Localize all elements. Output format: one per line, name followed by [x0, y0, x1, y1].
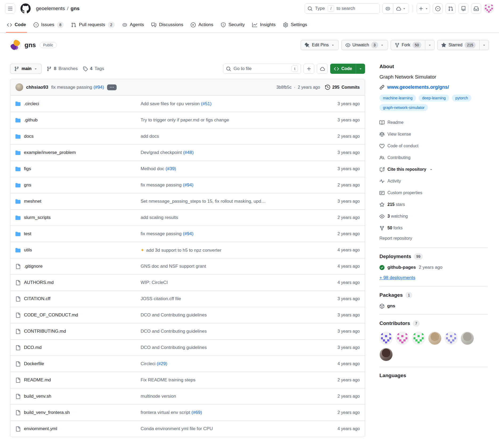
repo-title[interactable]: gns: [24, 41, 36, 49]
commit-details-button[interactable]: [107, 84, 117, 90]
contributor-avatar[interactable]: [396, 332, 409, 345]
file-name-link[interactable]: build_venv.sh: [24, 394, 51, 399]
file-name-link[interactable]: example/inverse_problem: [24, 150, 76, 155]
commit-message-link[interactable]: WIP: CircleCI: [141, 280, 168, 285]
pr-number-link[interactable]: (#94): [183, 231, 194, 236]
commit-message-link[interactable]: Method doc: [141, 166, 166, 171]
sidebar-item-activity[interactable]: Activity: [379, 175, 488, 187]
commit-message-link[interactable]: DCO and Contributing guidelines: [141, 345, 207, 350]
tags-link[interactable]: 4Tags: [83, 66, 104, 71]
tab-code[interactable]: Code: [3, 17, 30, 32]
website-link[interactable]: www.geoelements.org/gns/: [387, 84, 449, 90]
commit-message-link[interactable]: Try to trigger only if paper.md or figs …: [141, 117, 229, 123]
commit-author-avatar[interactable]: [15, 83, 23, 91]
commit-message-link[interactable]: JOSS citation.cff file: [141, 296, 181, 301]
sidebar-item-stars[interactable]: 215 stars: [379, 199, 488, 210]
file-name-link[interactable]: README.md: [24, 377, 51, 383]
branches-link[interactable]: 8Branches: [47, 66, 77, 71]
topic-machine-learning[interactable]: machine-learning: [379, 95, 416, 101]
file-name-link[interactable]: .circleci: [24, 101, 39, 107]
tab-security[interactable]: Security: [217, 17, 248, 32]
tab-agents[interactable]: Agents: [118, 17, 148, 32]
report-repository-link[interactable]: Report repository: [379, 236, 412, 241]
file-name-link[interactable]: Dockerfile: [24, 361, 44, 366]
go-to-file-input[interactable]: Go to file t: [223, 64, 301, 74]
commit-message-link[interactable]: add docs: [141, 134, 159, 139]
user-avatar[interactable]: [484, 3, 494, 14]
copilot-button[interactable]: [383, 4, 393, 13]
commit-message-link[interactable]: Circleci: [141, 361, 157, 366]
commit-message-link[interactable]: Add save files for cpu version: [141, 101, 201, 106]
commit-message-link[interactable]: ✦ add 3d support to h5 to npz converter: [141, 248, 222, 253]
topic-pytorch[interactable]: pytorch: [452, 95, 472, 101]
tab-issues[interactable]: Issues8: [30, 17, 68, 32]
contributors-heading[interactable]: Contributors: [379, 320, 410, 326]
contributor-avatar[interactable]: [379, 348, 393, 361]
github-logo[interactable]: [21, 3, 31, 14]
file-name-link[interactable]: enviornment.yml: [24, 426, 57, 431]
file-name-link[interactable]: AUTHORS.md: [24, 280, 54, 285]
pr-number-link[interactable]: (#29): [157, 361, 167, 366]
issues-header-button[interactable]: [433, 3, 443, 14]
tab-pull-requests[interactable]: Pull requests2: [67, 17, 118, 32]
global-search-input[interactable]: Type / to search: [305, 3, 380, 14]
pr-number-link[interactable]: (#51): [201, 101, 212, 106]
pr-number-link[interactable]: (#69): [191, 410, 202, 415]
contributor-avatar[interactable]: [428, 332, 441, 345]
file-name-link[interactable]: docs: [24, 134, 34, 139]
sidebar-item-custom-properties[interactable]: Custom properties: [379, 187, 488, 199]
edit-pins-button[interactable]: Edit Pins: [301, 40, 338, 50]
file-name-link[interactable]: .github: [24, 117, 38, 123]
copilot-agent-button[interactable]: [393, 4, 409, 13]
commit-message-link[interactable]: DCO and Contributing guidelines: [141, 329, 207, 334]
pr-number-link[interactable]: (#48): [183, 150, 194, 155]
file-name-link[interactable]: CITATION.cff: [24, 296, 50, 302]
tab-discussions[interactable]: Discussions: [148, 17, 187, 32]
file-name-link[interactable]: .gitignore: [24, 264, 43, 269]
file-name-link[interactable]: build_venv_frontera.sh: [24, 410, 70, 415]
fork-button[interactable]: Fork 50: [391, 40, 426, 50]
sidebar-item-view-license[interactable]: View license: [379, 128, 488, 140]
commit-message-link[interactable]: multinode version: [141, 394, 176, 399]
breadcrumb-org-link[interactable]: geoelements: [36, 6, 65, 11]
tab-actions[interactable]: Actions: [187, 17, 217, 32]
contributor-avatar[interactable]: [461, 332, 474, 345]
org-avatar[interactable]: [10, 40, 21, 50]
repositories-header-button[interactable]: [458, 3, 468, 14]
file-name-link[interactable]: slurm_scripts: [24, 215, 51, 220]
commit-history-link[interactable]: 295Commits: [325, 85, 360, 90]
code-download-button[interactable]: Code: [330, 64, 365, 74]
star-dropdown-button[interactable]: [480, 40, 489, 50]
contributor-avatar[interactable]: [412, 332, 425, 345]
file-name-link[interactable]: CONTRIBUTING.md: [24, 329, 66, 334]
commit-message-link[interactable]: add scaling results: [141, 215, 178, 220]
file-name-link[interactable]: figs: [24, 166, 31, 172]
packages-heading[interactable]: Packages: [379, 292, 403, 298]
contributor-avatar[interactable]: [444, 332, 458, 345]
sidebar-item-contributing[interactable]: Contributing: [379, 152, 488, 164]
branch-selector[interactable]: main: [10, 64, 42, 74]
file-name-link[interactable]: CODE_OF_CONDUCT.md: [24, 312, 78, 318]
tab-insights[interactable]: Insights: [248, 17, 279, 32]
pr-number-link[interactable]: (#94): [183, 182, 194, 188]
hamburger-menu-button[interactable]: [5, 3, 15, 14]
topic-graph-network-simulator[interactable]: graph-network-simulator: [379, 104, 428, 111]
file-name-link[interactable]: utils: [24, 247, 32, 253]
sidebar-item-readme[interactable]: Readme: [379, 117, 488, 128]
breadcrumb-repo-link[interactable]: gns: [71, 6, 80, 11]
unwatch-button[interactable]: Unwatch 3: [341, 40, 388, 50]
commit-message-link[interactable]: Dev/grad checkpoint: [141, 150, 183, 155]
file-name-link[interactable]: DCO.md: [24, 345, 42, 350]
commit-message-link[interactable]: DCO and Contributing guidelines: [141, 312, 207, 317]
commit-message-link[interactable]: Conda environment yml file for CPU: [141, 426, 213, 431]
deployment-item[interactable]: github-pages 2 years ago: [379, 265, 488, 270]
add-file-button[interactable]: [304, 64, 314, 74]
topic-deep-learning[interactable]: deep-learning: [419, 95, 449, 101]
tab-settings[interactable]: Settings: [279, 17, 311, 32]
file-name-link[interactable]: gns: [24, 182, 31, 188]
fork-dropdown-button[interactable]: [425, 40, 435, 50]
create-new-button[interactable]: [417, 3, 430, 14]
commit-message-link[interactable]: Set nmessage_passing_steps to 15, fix ro…: [141, 199, 266, 204]
commit-message-link[interactable]: GNS doc and NSF support grant: [141, 264, 206, 269]
commit-message-link[interactable]: frontera virtual env script: [141, 410, 191, 415]
